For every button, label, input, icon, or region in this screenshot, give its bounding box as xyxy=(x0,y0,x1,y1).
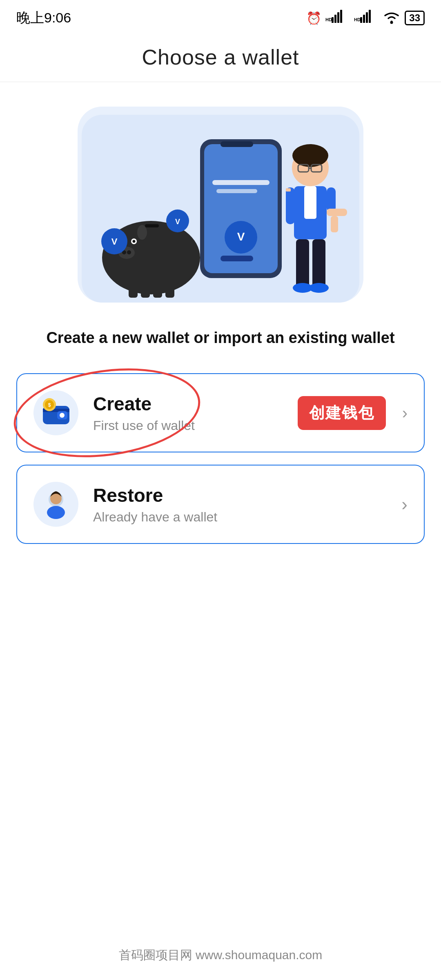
svg-rect-1 xyxy=(332,17,334,23)
svg-rect-31 xyxy=(165,286,174,298)
create-wallet-badge: 创建钱包 xyxy=(298,396,386,430)
svg-rect-16 xyxy=(216,189,257,193)
svg-rect-29 xyxy=(141,287,150,298)
restore-wallet-icon-wrapper xyxy=(33,482,78,527)
footer-watermark: 首码圈项目网 www.shoumaquan.com xyxy=(0,947,441,964)
svg-rect-52 xyxy=(286,188,291,192)
cards-container: $ Create First use of wallet 创建钱包 › xyxy=(0,373,441,544)
svg-rect-15 xyxy=(212,180,270,185)
svg-rect-49 xyxy=(312,239,325,288)
svg-text:V: V xyxy=(237,230,245,243)
svg-point-56 xyxy=(60,413,65,418)
svg-rect-6 xyxy=(360,17,362,23)
svg-rect-14 xyxy=(220,141,253,147)
status-icons: ⏰ HD HD xyxy=(306,10,425,27)
svg-rect-19 xyxy=(220,256,253,261)
svg-text:V: V xyxy=(111,236,118,247)
signal-icon: HD xyxy=(325,10,350,27)
svg-point-27 xyxy=(137,225,147,240)
restore-wallet-arrow: › xyxy=(401,494,408,514)
svg-point-51 xyxy=(309,283,329,293)
hero-area: V V V xyxy=(0,82,441,319)
restore-wallet-subtitle: Already have a wallet xyxy=(93,510,393,525)
svg-rect-4 xyxy=(340,10,342,23)
svg-text:$: $ xyxy=(48,402,51,408)
svg-rect-46 xyxy=(327,209,347,216)
svg-rect-28 xyxy=(129,286,138,298)
svg-text:V: V xyxy=(175,218,180,226)
page-title: Choose a wallet xyxy=(142,45,299,69)
svg-rect-8 xyxy=(366,12,368,23)
status-time: 晚上9:06 xyxy=(16,9,71,27)
svg-rect-32 xyxy=(145,224,159,227)
svg-text:HD: HD xyxy=(325,17,332,22)
wifi-icon xyxy=(383,10,401,26)
create-wallet-arrow: › xyxy=(402,404,408,422)
svg-rect-30 xyxy=(153,287,162,298)
svg-point-38 xyxy=(292,144,328,167)
signal-icon-2: HD xyxy=(354,10,379,27)
restore-wallet-card[interactable]: Restore Already have a wallet › xyxy=(16,465,425,544)
svg-point-24 xyxy=(127,250,131,254)
svg-rect-2 xyxy=(334,15,336,23)
svg-point-26 xyxy=(133,240,136,243)
create-wallet-title: Create xyxy=(93,393,298,415)
svg-rect-9 xyxy=(369,10,371,23)
svg-rect-7 xyxy=(363,15,365,23)
svg-point-10 xyxy=(390,21,393,24)
status-bar: 晚上9:06 ⏰ HD HD xyxy=(0,0,441,33)
restore-wallet-title: Restore xyxy=(93,484,393,506)
svg-rect-63 xyxy=(52,510,60,515)
svg-rect-13 xyxy=(204,144,278,273)
svg-text:HD: HD xyxy=(354,17,361,22)
clock-icon: ⏰ xyxy=(306,11,321,25)
create-wallet-icon-wrapper: $ xyxy=(33,390,78,435)
create-wallet-text: Create First use of wallet xyxy=(93,393,298,433)
restore-wallet-text: Restore Already have a wallet xyxy=(93,484,393,525)
svg-rect-43 xyxy=(304,186,316,219)
svg-rect-44 xyxy=(286,187,295,224)
svg-rect-47 xyxy=(331,216,338,232)
svg-rect-48 xyxy=(296,239,309,288)
create-wallet-card[interactable]: $ Create First use of wallet 创建钱包 › xyxy=(16,373,425,452)
page-header: Choose a wallet xyxy=(0,33,441,82)
create-wallet-subtitle: First use of wallet xyxy=(93,418,298,433)
hero-subtitle: Create a new wallet or import an existin… xyxy=(0,319,441,373)
hero-illustration: V V V xyxy=(78,107,363,303)
battery-icon: 33 xyxy=(405,11,425,25)
svg-rect-45 xyxy=(327,187,336,212)
svg-rect-3 xyxy=(337,12,339,23)
